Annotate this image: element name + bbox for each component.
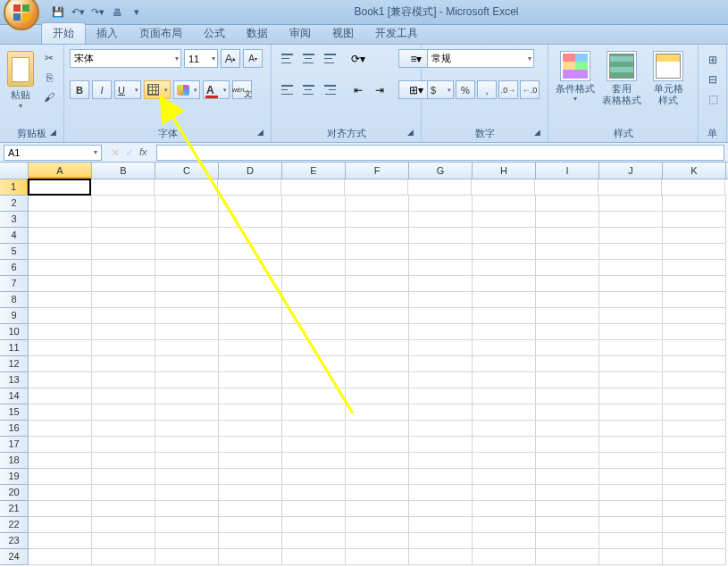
cell[interactable] [346, 228, 409, 244]
number-format-combo[interactable]: 常规▾ [427, 49, 534, 68]
cell[interactable] [409, 260, 473, 276]
comma-button[interactable]: , [477, 80, 497, 99]
cell[interactable] [663, 501, 726, 517]
cell[interactable] [155, 308, 219, 324]
cell[interactable] [409, 485, 473, 501]
cell[interactable] [599, 340, 663, 356]
fx-icon[interactable]: fx [139, 146, 147, 159]
column-header[interactable]: J [599, 163, 663, 179]
cell[interactable] [473, 388, 536, 404]
cell[interactable] [536, 340, 599, 356]
cell[interactable] [409, 212, 473, 228]
cell[interactable] [282, 244, 346, 260]
cell[interactable] [536, 469, 599, 485]
cell[interactable] [663, 228, 726, 244]
cell[interactable] [408, 179, 472, 196]
cell[interactable] [91, 179, 155, 196]
cell[interactable] [281, 179, 345, 196]
cell[interactable] [92, 485, 155, 501]
decrease-font-icon[interactable]: A▾ [243, 49, 263, 68]
row-header[interactable]: 16 [0, 421, 29, 437]
tab-视图[interactable]: 视图 [322, 23, 364, 44]
cell[interactable] [536, 212, 599, 228]
format-cells-icon[interactable]: ⬚ [704, 90, 722, 108]
row-header[interactable]: 11 [0, 340, 29, 356]
cell[interactable] [92, 549, 155, 565]
cell[interactable] [663, 340, 726, 356]
row-header[interactable]: 15 [0, 404, 29, 421]
cell[interactable] [155, 501, 219, 517]
formula-input[interactable] [156, 145, 724, 161]
cell[interactable] [282, 421, 346, 437]
row-header[interactable]: 2 [0, 196, 29, 212]
column-header[interactable]: B [92, 163, 155, 179]
cell[interactable] [29, 421, 92, 437]
cell[interactable] [282, 485, 346, 501]
cell[interactable] [155, 453, 219, 469]
cell[interactable] [29, 292, 92, 308]
cell[interactable] [346, 549, 409, 565]
cell[interactable] [473, 292, 536, 308]
cell[interactable] [219, 404, 282, 421]
cell[interactable] [92, 388, 155, 404]
column-header[interactable]: C [155, 163, 219, 179]
cell[interactable] [473, 308, 536, 324]
cell[interactable] [282, 356, 346, 372]
cell[interactable] [219, 372, 282, 388]
cell[interactable] [346, 244, 409, 260]
row-header[interactable]: 20 [0, 485, 29, 501]
cell[interactable] [282, 308, 346, 324]
align-center-button[interactable] [298, 80, 318, 99]
column-header[interactable]: K [663, 163, 726, 179]
cell[interactable] [155, 292, 219, 308]
row-header[interactable]: 18 [0, 453, 29, 469]
cell[interactable] [536, 437, 599, 453]
cell[interactable] [282, 517, 346, 533]
select-all-corner[interactable] [0, 163, 29, 179]
cell[interactable] [599, 244, 663, 260]
cell[interactable] [219, 421, 282, 437]
row-header[interactable]: 24 [0, 549, 29, 565]
cell[interactable] [346, 501, 409, 517]
column-header[interactable]: D [219, 163, 282, 179]
cell[interactable] [282, 469, 346, 485]
cell[interactable] [29, 404, 92, 421]
cell[interactable] [409, 549, 473, 565]
cell[interactable] [155, 356, 219, 372]
column-header[interactable]: G [409, 163, 473, 179]
cell[interactable] [409, 421, 473, 437]
cell[interactable] [473, 533, 536, 549]
cell[interactable] [663, 388, 726, 404]
cell[interactable] [536, 372, 599, 388]
cell[interactable] [663, 517, 726, 533]
cell[interactable] [219, 533, 282, 549]
cell[interactable] [409, 276, 473, 292]
cell[interactable] [409, 228, 473, 244]
cell[interactable] [282, 437, 346, 453]
cell[interactable] [473, 404, 536, 421]
dialog-launcher-icon[interactable]: ◢ [531, 128, 542, 138]
cell[interactable] [29, 196, 92, 212]
cell[interactable] [473, 437, 536, 453]
cell[interactable] [155, 421, 219, 437]
cell[interactable] [536, 517, 599, 533]
tab-插入[interactable]: 插入 [86, 23, 129, 44]
undo-icon[interactable]: ↶▾ [70, 4, 86, 21]
cell[interactable] [29, 517, 92, 533]
cell[interactable] [92, 421, 155, 437]
cell[interactable] [663, 469, 726, 485]
cell[interactable] [92, 244, 155, 260]
cell[interactable] [409, 340, 473, 356]
cell[interactable] [92, 453, 155, 469]
cell[interactable] [219, 196, 282, 212]
row-header[interactable]: 4 [0, 228, 29, 244]
cell[interactable] [92, 228, 155, 244]
cell[interactable] [346, 404, 409, 421]
cell[interactable] [282, 404, 346, 421]
cell[interactable] [599, 533, 663, 549]
cell[interactable] [346, 421, 409, 437]
cell[interactable] [409, 356, 473, 372]
orientation-button[interactable]: ⟳▾ [348, 49, 368, 68]
cell[interactable] [662, 179, 725, 196]
cell[interactable] [346, 372, 409, 388]
